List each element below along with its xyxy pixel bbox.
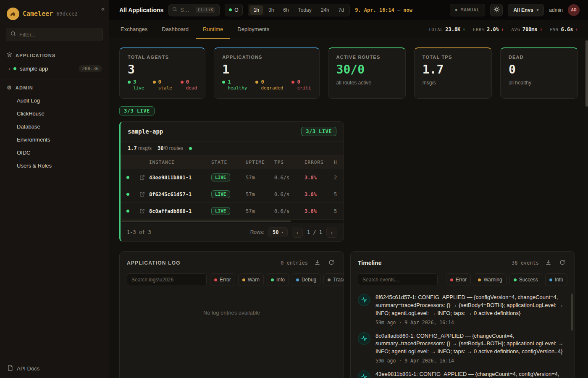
filter-warn[interactable]: Warn	[238, 273, 264, 286]
status-dot	[126, 193, 129, 196]
applications-section-icon	[7, 52, 12, 58]
online-status-dot	[229, 8, 232, 11]
sidebar-item-oidc[interactable]: OIDC	[0, 146, 109, 159]
status-dot	[181, 81, 184, 84]
stat-p99-latency: P99 6.6s ↑	[550, 26, 578, 32]
manual-refresh-button[interactable]: ● MANUAL	[450, 4, 486, 16]
filter-info[interactable]: Info	[267, 273, 289, 286]
time-to: now	[403, 7, 412, 13]
download-button[interactable]	[543, 258, 553, 268]
table-row[interactable]: 8f6245c61d57-1 LIVE 57m 0.6/s 3.8% 5	[121, 186, 344, 203]
tab-deployments[interactable]: Deployments	[230, 20, 276, 39]
download-button[interactable]	[312, 258, 322, 268]
timeline-panel: Timeline 38 events Error Warning Success	[350, 251, 575, 378]
refresh-icon	[559, 260, 565, 267]
main-scrollbar[interactable]	[585, 39, 588, 378]
live-count-badge: 3/3 LIVE	[119, 106, 155, 116]
tab-dashboard[interactable]: Dashboard	[155, 20, 196, 39]
activity-icon	[358, 370, 370, 378]
event-timestamp: 59m ago · 9 Apr 2026, 16:14	[375, 358, 565, 364]
filter-warning[interactable]: Warning	[474, 273, 506, 286]
search-icon	[10, 31, 16, 38]
app-logo: Cameleer	[23, 10, 53, 18]
external-link-icon[interactable]	[135, 192, 149, 197]
range-today-button[interactable]: Today	[294, 5, 316, 15]
global-search-input[interactable]	[180, 7, 193, 13]
table-header-row: INSTANCE STATE UPTIME TPS ERRORS H	[121, 155, 344, 169]
collapse-sidebar-button[interactable]: «	[101, 5, 105, 12]
sidebar: « Cameleer 69dcce2 APPLICATIONS › sample…	[0, 0, 109, 378]
filter-success[interactable]: Success	[509, 273, 542, 286]
filter-error[interactable]: Error	[210, 273, 235, 286]
tab-runtime[interactable]: Runtime	[196, 20, 230, 39]
tabbar: Exchanges Dashboard Runtime Deployments …	[109, 20, 588, 39]
refresh-icon	[328, 260, 334, 267]
range-1h-button[interactable]: 1h	[249, 5, 263, 15]
app-root: « Cameleer 69dcce2 APPLICATIONS › sample…	[0, 0, 588, 378]
timeline-search-input[interactable]	[362, 277, 433, 283]
global-search[interactable]: Ctrl+K	[168, 4, 220, 16]
timeline-scrollbar-thumb[interactable]	[571, 294, 573, 331]
status-dot	[291, 81, 294, 84]
sidebar-item-sample-app[interactable]: › sample app 208.3k	[0, 62, 109, 76]
state-badge: LIVE	[211, 173, 230, 181]
filter-box[interactable]	[6, 28, 103, 41]
avatar[interactable]: AD	[568, 4, 580, 16]
range-24h-button[interactable]: 24h	[317, 5, 333, 15]
api-docs-label: API Docs	[17, 365, 39, 372]
event-text: 8f6245c61d57-1: CONFIG_APPLIED — {config…	[375, 294, 565, 318]
log-search[interactable]	[127, 273, 207, 286]
state-badge: LIVE	[211, 207, 230, 215]
timeline-event[interactable]: 8f6245c61d57-1: CONFIG_APPLIED — {config…	[358, 294, 565, 326]
rows-per-page-select[interactable]: 50 ▾	[268, 227, 288, 237]
refresh-button[interactable]	[326, 258, 336, 268]
horizontal-scrollbar[interactable]	[121, 220, 344, 223]
applications-section-header: APPLICATIONS	[0, 48, 109, 62]
filter-trace[interactable]: Trace	[323, 273, 344, 286]
range-6h-button[interactable]: 6h	[279, 5, 293, 15]
timeline-event[interactable]: 8c0affadb860-1: CONFIG_APPLIED — {change…	[358, 332, 565, 364]
refresh-button[interactable]	[557, 258, 567, 268]
external-link-icon[interactable]	[135, 175, 149, 180]
next-page-button[interactable]: ›	[326, 227, 337, 238]
theme-toggle-button[interactable]	[490, 4, 503, 16]
card-total-agents: TOTAL AGENTS 3 3live 0stale 0dead	[119, 47, 205, 99]
sidebar-item-clickhouse[interactable]: ClickHouse	[0, 107, 109, 120]
scrollbar-thumb[interactable]	[585, 40, 588, 107]
timeline-title: Timeline	[358, 260, 382, 266]
sidebar-divider	[0, 79, 109, 79]
sidebar-item-environments[interactable]: Environments	[0, 133, 109, 146]
table-row[interactable]: 8c0affadb860-1 LIVE 57m 0.6/s 3.8% 5	[121, 203, 344, 220]
download-icon	[315, 260, 320, 266]
timeline-event[interactable]: 43ee9811b801-1: CONFIG_APPLIED — {change…	[358, 370, 565, 378]
sidebar-item-users-roles[interactable]: Users & Roles	[0, 159, 109, 172]
range-7d-button[interactable]: 7d	[334, 5, 348, 15]
content-area: TOTAL AGENTS 3 3live 0stale 0dead APPLIC…	[109, 39, 588, 378]
filter-error[interactable]: Error	[446, 273, 471, 286]
external-link-icon[interactable]	[135, 208, 149, 214]
filter-debug[interactable]: Debug	[292, 273, 320, 286]
tab-exchanges[interactable]: Exchanges	[113, 20, 155, 39]
sidebar-item-database[interactable]: Database	[0, 120, 109, 133]
table-row[interactable]: 43ee9811b801-1 LIVE 57m 0.6/s 3.8% 2	[121, 169, 344, 186]
log-search-input[interactable]	[131, 277, 202, 283]
trend-up-icon: ↑	[540, 27, 543, 32]
sample-app-count-badge: 208.3k	[79, 65, 102, 72]
environment-select[interactable]: All Envs ▾	[508, 4, 544, 16]
instances-table: INSTANCE STATE UPTIME TPS ERRORS H 43ee9…	[121, 155, 344, 220]
sidebar-item-audit-log[interactable]: Audit Log	[0, 94, 109, 107]
range-3h-button[interactable]: 3h	[264, 5, 278, 15]
stat-err-rate: ERR% 2.0% ↑	[473, 26, 504, 32]
timeline-search[interactable]	[358, 273, 438, 286]
agents-live-stat: 3live	[128, 79, 144, 91]
prev-page-button[interactable]: ‹	[292, 227, 303, 238]
card-active-routes: ACTIVE ROUTES 30/0 all routes active	[328, 47, 406, 99]
summary-cards-row: TOTAL AGENTS 3 3live 0stale 0dead APPLIC…	[119, 47, 578, 99]
filter-input[interactable]	[19, 32, 98, 38]
online-indicator[interactable]: O	[225, 4, 242, 16]
scrollbar-thumb[interactable]	[121, 220, 291, 222]
api-docs-link[interactable]: API Docs	[0, 359, 109, 378]
card-dead: DEAD 0 all healthy	[500, 47, 578, 99]
filter-info[interactable]: Info	[545, 273, 567, 286]
application-log-panel: APPLICATION LOG 0 entries Error Warn Inf…	[119, 251, 344, 378]
